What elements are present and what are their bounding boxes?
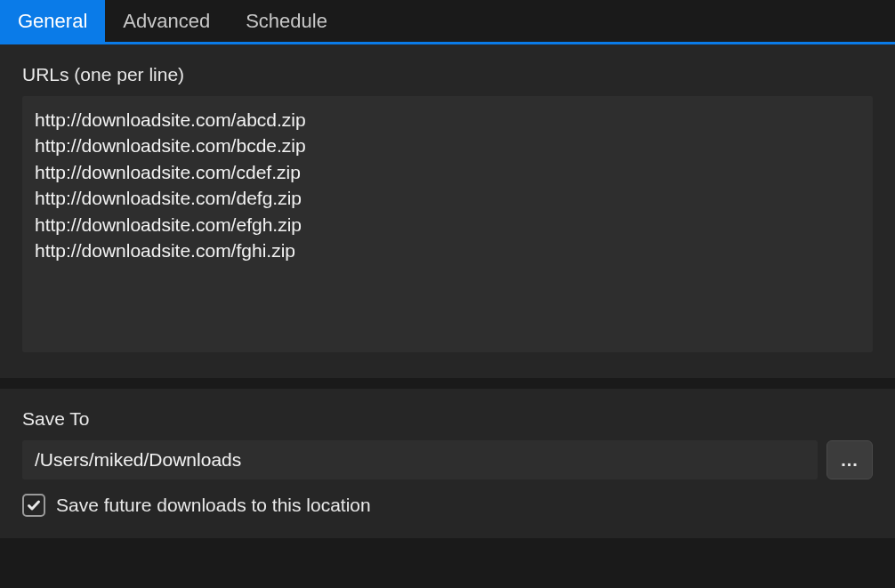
urls-section: URLs (one per line)	[0, 44, 895, 378]
tab-schedule[interactable]: Schedule	[228, 0, 345, 42]
urls-label: URLs (one per line)	[22, 64, 873, 85]
check-icon	[27, 498, 41, 512]
save-to-row: ...	[22, 440, 873, 479]
tab-bar: General Advanced Schedule	[0, 0, 895, 44]
urls-textarea[interactable]	[22, 96, 873, 352]
save-to-label: Save To	[22, 408, 873, 430]
section-divider	[0, 378, 895, 389]
save-path-input[interactable]	[22, 440, 818, 479]
save-section: Save To ... Save future downloads to thi…	[0, 389, 895, 538]
tab-advanced[interactable]: Advanced	[105, 0, 228, 42]
browse-button[interactable]: ...	[826, 440, 873, 479]
save-future-row: Save future downloads to this location	[22, 494, 873, 517]
save-future-checkbox[interactable]	[22, 494, 45, 517]
tab-general[interactable]: General	[0, 0, 105, 42]
save-future-label[interactable]: Save future downloads to this location	[56, 495, 371, 516]
content-area: URLs (one per line) Save To ... Save fut…	[0, 44, 895, 538]
